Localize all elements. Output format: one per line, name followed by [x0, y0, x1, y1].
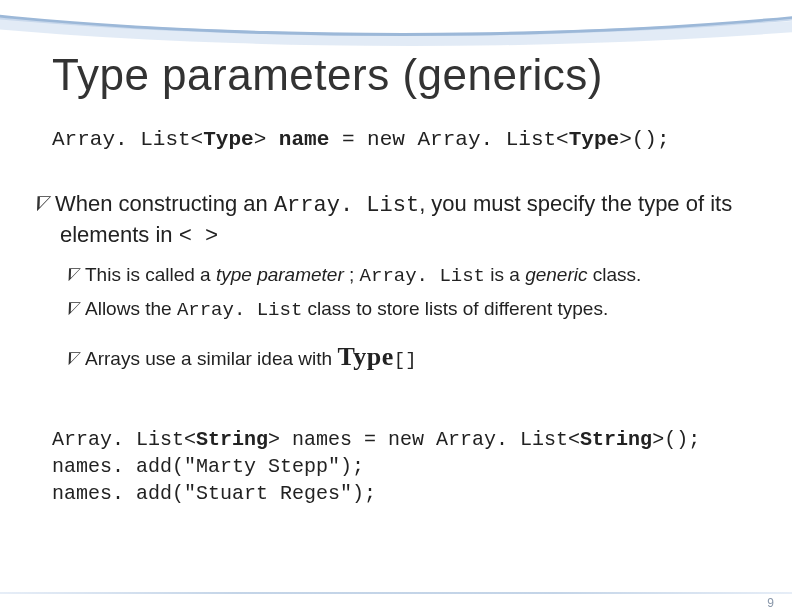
- code-line: names. add("Marty Stepp");: [52, 455, 364, 478]
- bullet-glyph: 𝛻: [66, 348, 79, 369]
- term-generic: generic: [525, 264, 587, 285]
- bullet-text: ;: [344, 264, 360, 285]
- syntax-type: Type: [203, 128, 253, 151]
- bullet-glyph: 𝛻: [66, 264, 79, 285]
- bullet-level2: 𝛻This is called a type parameter ; Array…: [66, 261, 752, 291]
- bullet-text: Allows the: [85, 298, 177, 319]
- inline-code: Array. List: [360, 265, 485, 287]
- bullet-text: Arrays use a similar idea with: [85, 348, 337, 369]
- code-example: Array. List<String> names = new Array. L…: [52, 426, 700, 507]
- inline-code: Array. List: [274, 193, 419, 218]
- bullet-text: class.: [587, 264, 641, 285]
- syntax-declaration: Array. List<Type> name = new Array. List…: [52, 128, 670, 151]
- syntax-text: >();: [619, 128, 669, 151]
- bottom-decoration: [0, 592, 792, 594]
- term-type-parameter: type parameter: [216, 264, 344, 285]
- bullet-text: is a: [485, 264, 525, 285]
- page-number: 9: [767, 596, 774, 610]
- bullet-level1: 𝛻When constructing an Array. List, you m…: [34, 190, 752, 251]
- bullet-text: This is called a: [85, 264, 216, 285]
- inline-code: Array. List: [177, 299, 302, 321]
- bullet-text: When constructing an: [55, 191, 274, 216]
- syntax-text: Array. List<: [52, 128, 203, 151]
- bullet-level2: 𝛻Arrays use a similar idea with Type[]: [66, 338, 752, 376]
- syntax-text: >: [254, 128, 267, 151]
- syntax-text: = new Array. List<: [329, 128, 568, 151]
- syntax-name: name: [266, 128, 329, 151]
- term-type: Type: [337, 342, 393, 371]
- bullet-text: class to store lists of different types.: [302, 298, 608, 319]
- syntax-type: Type: [569, 128, 619, 151]
- bullet-level2: 𝛻Allows the Array. List class to store l…: [66, 295, 752, 325]
- inline-code: []: [394, 349, 417, 371]
- slide: Type parameters (generics) Array. List<T…: [0, 0, 792, 612]
- inline-code: < >: [179, 224, 219, 249]
- bullet-glyph: 𝛻: [66, 298, 79, 319]
- bullet-glyph: 𝛻: [34, 191, 49, 216]
- code-line: names. add("Stuart Reges");: [52, 482, 376, 505]
- body-content: 𝛻When constructing an Array. List, you m…: [34, 190, 752, 380]
- slide-title: Type parameters (generics): [52, 50, 603, 100]
- code-line: Array. List<String> names = new Array. L…: [52, 428, 700, 451]
